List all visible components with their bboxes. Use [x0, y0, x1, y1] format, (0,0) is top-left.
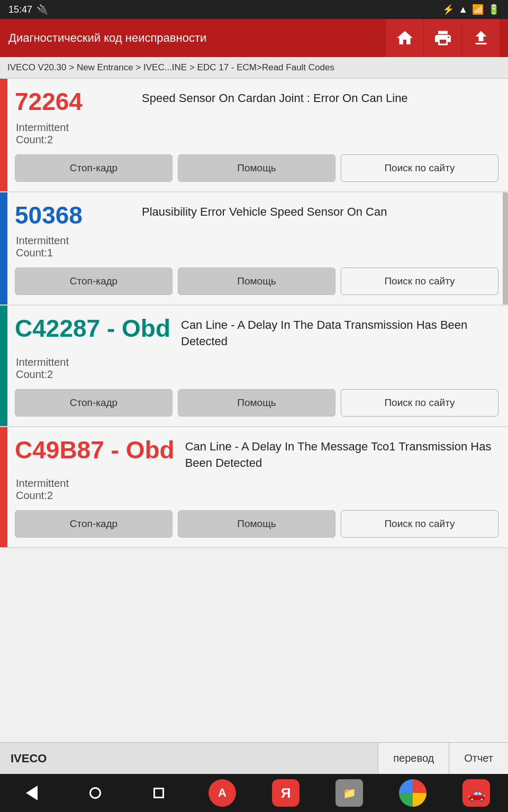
fault-buttons-2: Стоп-кадр Помощь Поиск по сайту: [15, 267, 498, 295]
nav-home-button[interactable]: [74, 777, 116, 809]
nav-back-button[interactable]: [11, 777, 53, 809]
fault-buttons-4: Стоп-кадр Помощь Поиск по сайту: [15, 510, 498, 538]
fault-codes-list: 72264 Speed Sensor On Cardan Joint : Err…: [0, 79, 508, 742]
files-icon: 📁: [335, 779, 363, 807]
car-icon: 🚗: [462, 779, 490, 807]
nav-pdf-button[interactable]: A: [201, 777, 243, 809]
help-button-4[interactable]: Помощь: [178, 510, 335, 538]
fault-status-4: Intermittent Count:2: [15, 477, 498, 502]
report-button[interactable]: Отчет: [449, 743, 508, 774]
export-button[interactable]: [461, 19, 500, 57]
signal-icon: ▲: [458, 4, 468, 15]
print-button[interactable]: [423, 19, 461, 57]
fault-status-1: Intermittent Count:2: [15, 122, 498, 146]
status-bar: 15:47 🔌 ⚡ ▲ 📶 🔋: [0, 0, 508, 19]
header-actions: [385, 19, 500, 57]
search-button-4[interactable]: Поиск по сайту: [341, 510, 498, 538]
fault-description-1: Speed Sensor On Cardan Joint : Error On …: [142, 88, 498, 107]
back-icon: [26, 786, 38, 800]
freeze-frame-button-1[interactable]: Стоп-кадр: [15, 154, 173, 182]
pdf-icon: A: [208, 779, 236, 807]
footer-brand: IVECO: [0, 752, 378, 765]
fault-code-4: C49B87 - Obd: [15, 437, 175, 464]
app-header: Диагностический код неисправности: [0, 19, 508, 57]
fault-code-2: 50368: [15, 202, 131, 229]
fault-card-1: 72264 Speed Sensor On Cardan Joint : Err…: [0, 79, 508, 192]
scrollbar-hint: [503, 192, 508, 305]
freeze-frame-button-4[interactable]: Стоп-кадр: [15, 510, 173, 538]
header-title: Диагностический код неисправности: [8, 31, 385, 45]
help-button-1[interactable]: Помощь: [178, 154, 335, 182]
fault-description-2: Plausibility Error Vehicle Speed Sensor …: [142, 202, 498, 220]
battery-icon: 🔋: [488, 4, 500, 15]
navigation-bar: A Я 📁 🚗: [0, 774, 508, 812]
nav-yandex-button[interactable]: Я: [265, 777, 307, 809]
home-icon: [89, 787, 101, 799]
fault-indicator-3: [0, 306, 7, 426]
home-button[interactable]: [385, 19, 423, 57]
freeze-frame-button-3[interactable]: Стоп-кадр: [15, 389, 173, 417]
wifi-icon: 📶: [472, 4, 484, 15]
yandex-icon: Я: [272, 779, 300, 807]
fault-card-2: 50368 Plausibility Error Vehicle Speed S…: [0, 192, 508, 306]
fault-status-3: Intermittent Count:2: [15, 356, 498, 381]
help-button-3[interactable]: Помощь: [178, 389, 335, 417]
fault-status-2: Intermittent Count:1: [15, 235, 498, 259]
nav-car-button[interactable]: 🚗: [455, 777, 497, 809]
fault-indicator-4: [0, 427, 7, 548]
translate-button[interactable]: перевод: [378, 743, 449, 774]
fault-indicator-2: [0, 192, 7, 305]
nav-photos-button[interactable]: [392, 777, 434, 809]
photos-icon: [399, 779, 427, 807]
bluetooth-icon: ⚡: [442, 4, 454, 15]
fault-code-3: C42287 - Obd: [15, 315, 170, 342]
footer: IVECO перевод Отчет: [0, 742, 508, 774]
nav-recent-button[interactable]: [138, 777, 180, 809]
fault-code-1: 72264: [15, 88, 131, 115]
search-button-2[interactable]: Поиск по сайту: [341, 267, 498, 295]
breadcrumb: IVECO V20.30 > New Entrance > IVEC...INE…: [0, 57, 508, 79]
fault-description-4: Can Line - A Delay In The Message Tco1 T…: [185, 437, 498, 472]
fault-indicator-1: [0, 79, 7, 191]
usb-icon: 🔌: [37, 4, 48, 15]
fault-buttons-3: Стоп-кадр Помощь Поиск по сайту: [15, 389, 498, 417]
status-time: 15:47: [8, 4, 32, 15]
fault-buttons-1: Стоп-кадр Помощь Поиск по сайту: [15, 154, 498, 182]
nav-files-button[interactable]: 📁: [328, 777, 370, 809]
fault-card-4: C49B87 - Obd Can Line - A Delay In The M…: [0, 427, 508, 549]
search-button-3[interactable]: Поиск по сайту: [341, 389, 498, 417]
help-button-2[interactable]: Помощь: [178, 267, 335, 295]
recent-icon: [153, 788, 164, 798]
fault-card-3: C42287 - Obd Can Line - A Delay In The D…: [0, 306, 508, 427]
fault-description-3: Can Line - A Delay In The Data Transmiss…: [181, 315, 498, 350]
search-button-1[interactable]: Поиск по сайту: [341, 154, 498, 182]
freeze-frame-button-2[interactable]: Стоп-кадр: [15, 267, 173, 295]
